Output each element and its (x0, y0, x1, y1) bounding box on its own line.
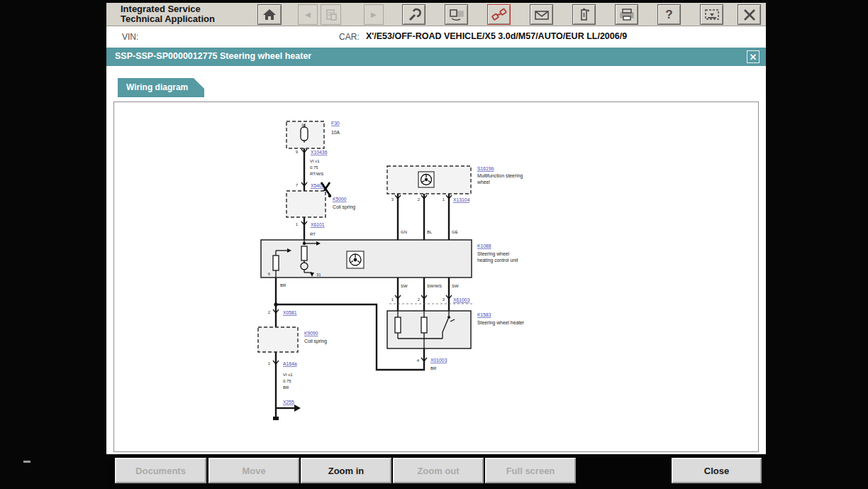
close-icon (742, 8, 757, 22)
link-mfl[interactable]: S1619b (477, 166, 494, 171)
wire-color-sw2: SW/WS (427, 284, 442, 288)
dock-window-icon (704, 8, 720, 22)
link-x61003[interactable]: X61003 (453, 297, 470, 302)
wire-spec: 0.75 (310, 165, 318, 170)
tab-wiring-diagram[interactable]: Wiring diagram (118, 78, 204, 97)
coil-spring-lower-box (258, 327, 298, 352)
pin-number: 2 (418, 297, 421, 302)
link-x13104[interactable]: X13104 (453, 197, 470, 202)
wiring-diagram: 16 F30 10A 9 X10436 VI x1 0.75 RT/WS 7 X… (114, 102, 758, 451)
back-icon: ◄ (304, 9, 313, 20)
print-button[interactable] (615, 4, 638, 25)
heating-element-symbol (421, 317, 427, 333)
wire-color-br: BR (280, 283, 286, 287)
back-button: ◄ (298, 4, 318, 25)
link-a164a[interactable]: A164a (283, 361, 297, 366)
disconnected-plug-icon (491, 8, 507, 22)
pin-number: 1 (443, 197, 445, 202)
car-label: CAR: (339, 32, 360, 42)
control-unit-box (261, 240, 472, 278)
ground-arrow-head (294, 405, 301, 412)
full-screen-button: Full screen (485, 458, 576, 483)
pin-number: 3 (443, 297, 445, 302)
forward-button: ► (364, 4, 384, 25)
wire-color-rt: RT (310, 232, 316, 236)
forward-icon: ► (369, 9, 379, 20)
pin-number: 1 (268, 361, 271, 366)
link-fuse[interactable]: F30 (331, 121, 340, 126)
wiring-diagram-canvas[interactable]: 16 F30 10A 9 X10436 VI x1 0.75 RT/WS 7 X… (113, 101, 759, 452)
pin-number: 1 (391, 297, 394, 302)
printer-icon (619, 8, 635, 22)
app-title-line2: Technical Application (121, 14, 215, 24)
app-title-line1: Integrated Service (121, 4, 215, 14)
close-button[interactable]: Close (672, 458, 762, 483)
devices-icon (449, 8, 464, 22)
wire-color-br: BR (430, 366, 437, 370)
home-icon (262, 9, 277, 21)
wire-color-sw3: SW (452, 284, 459, 288)
link-heater[interactable]: K1583 (477, 312, 491, 317)
pin-number: 2 (268, 310, 271, 314)
heater-label: Steering wheel heater (477, 320, 525, 326)
heating-element-symbol (395, 317, 401, 333)
home-button[interactable] (257, 4, 282, 25)
link-x255[interactable]: X255 (283, 400, 294, 405)
wire-spec: BR (283, 385, 289, 390)
battery-button[interactable] (572, 4, 596, 25)
minimize-dock-button[interactable] (700, 4, 723, 25)
move-button: Move (208, 458, 299, 483)
coil-spring-upper-label: Coil spring (333, 204, 355, 210)
battery-icon (577, 7, 591, 23)
wire-junction (274, 302, 277, 306)
screen-artifact-dash (23, 461, 30, 463)
wire-spec: 0.75 (283, 379, 291, 383)
coil-spring-upper-box (286, 191, 326, 217)
help-button[interactable]: ? (657, 4, 681, 25)
ground-terminal (273, 417, 279, 420)
control-unit-label1: Steering wheel (477, 251, 509, 257)
car-value: X'/E53/OFF-ROAD VEHICLE/X5 3.0d/M57/AUTO… (366, 31, 627, 41)
fuse-symbol (301, 127, 308, 141)
pin-number: 3 (391, 197, 394, 202)
terminal-31: 31 (316, 273, 321, 277)
coil-spring-lower-label: Coil spring (304, 339, 327, 344)
fuse-rating: 10A (331, 130, 340, 135)
pin-number: 9 (296, 150, 299, 154)
pin-number: 2 (418, 197, 421, 202)
connection-status-button[interactable] (487, 4, 511, 25)
wire-color-bl: BL (427, 230, 433, 234)
workshop-tools-button[interactable] (402, 4, 425, 25)
wire-spec: VI x1 (310, 159, 320, 163)
help-icon: ? (665, 8, 672, 22)
link-x10436[interactable]: X10436 (311, 150, 328, 155)
wire-color-ge: GE (452, 230, 458, 234)
link-x0581[interactable]: X0581 (283, 310, 297, 315)
document-close-button[interactable]: ✕ (747, 50, 760, 63)
mfl-label1: Multifunction steering (477, 173, 523, 179)
wire-color-sw1: SW (401, 284, 408, 288)
document-preview-icon (325, 9, 338, 21)
app-title: Integrated Service Technical Application (121, 4, 215, 24)
document-titlebar: SSP-SSP-SP0000012775 Steering wheel heat… (106, 48, 766, 66)
link-coil-spring-upper[interactable]: K5000 (333, 197, 347, 202)
link-x6101[interactable]: X6101 (311, 222, 325, 227)
link-coil-spring-lower[interactable]: K9090 (304, 331, 318, 336)
devices-button[interactable] (445, 4, 468, 25)
exit-button[interactable] (738, 4, 761, 25)
wrench-icon (407, 8, 421, 22)
pin-number: 4 (417, 358, 420, 363)
messages-button[interactable] (530, 4, 553, 25)
fuse-number: 16 (301, 123, 306, 127)
mfl-label2: wheel (477, 180, 490, 185)
vehicle-info-bar: VIN: CAR: X'/E53/OFF-ROAD VEHICLE/X5 3.0… (106, 26, 766, 48)
zoom-out-button: Zoom out (393, 458, 484, 483)
documents-button: Documents (115, 458, 206, 483)
steering-wheel-icon (418, 172, 434, 187)
link-x01003[interactable]: X01003 (430, 358, 447, 363)
zoom-in-button[interactable]: Zoom in (301, 458, 391, 483)
screen: Integrated Service Technical Application… (0, 0, 868, 489)
link-control-unit[interactable]: K1088 (477, 243, 491, 248)
main-toolbar: Integrated Service Technical Application… (106, 3, 766, 26)
document-title: SSP-SSP-SP0000012775 Steering wheel heat… (115, 51, 311, 61)
